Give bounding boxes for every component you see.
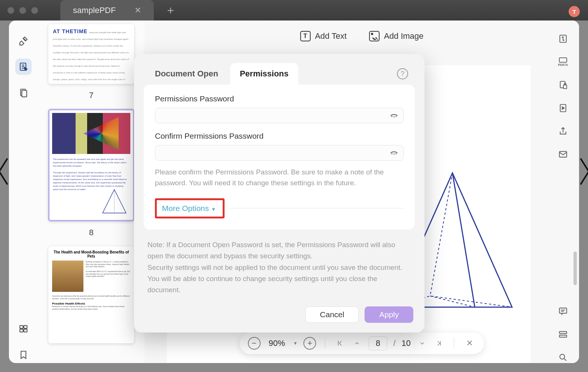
- next-page-button[interactable]: [417, 340, 428, 347]
- thumbnail-page-7[interactable]: AT THETIME everyone thought that white l…: [48, 24, 134, 84]
- edit-tool-icon[interactable]: [15, 59, 32, 75]
- dialog-notes: Note: If a Document Open Password is set…: [147, 239, 411, 296]
- thumb7-text: everyone thought that white light was pu…: [53, 31, 129, 84]
- thumb9-image: [52, 261, 83, 292]
- email-icon[interactable]: [557, 149, 569, 160]
- more-options-toggle[interactable]: More Options▼: [162, 204, 216, 212]
- next-screenshot-arrow[interactable]: [577, 157, 588, 186]
- tab-permissions[interactable]: Permissions: [230, 63, 298, 85]
- right-sidebar: PDF/A: [547, 21, 579, 363]
- comment-panel-icon[interactable]: [557, 306, 569, 317]
- thumb7-number: 7: [89, 91, 93, 100]
- add-image-label: Add Image: [384, 31, 423, 41]
- fullscreen-window-icon[interactable]: [31, 7, 38, 14]
- security-icon[interactable]: [557, 79, 569, 91]
- thumb9-section: Possible Health Effects: [52, 302, 130, 305]
- add-text-button[interactable]: T Add Text: [300, 31, 347, 41]
- close-tab-icon[interactable]: ✕: [134, 6, 141, 15]
- thumbnail-page-9[interactable]: The Health and Mood-Boosting Benefits of…: [48, 246, 134, 343]
- permissions-panel: Permissions Password Confirm Permissions…: [144, 85, 415, 230]
- thumb8-number: 8: [89, 228, 93, 237]
- thumb8-text: This experiment can be repeated over and…: [48, 158, 134, 191]
- permissions-password-label: Permissions Password: [155, 94, 404, 103]
- confirm-password-label: Confirm Permissions Password: [155, 132, 404, 141]
- image-icon: [369, 31, 379, 41]
- help-icon[interactable]: ?: [397, 68, 408, 79]
- toggle-visibility-icon[interactable]: [390, 111, 398, 120]
- pdfa-icon[interactable]: PDF/A: [556, 56, 570, 67]
- apply-button[interactable]: Apply: [365, 306, 413, 323]
- thumb8-pyramid-icon: [101, 188, 127, 214]
- bottom-toolbar: − 90% ▼ + / 10 ✕: [239, 332, 484, 354]
- svg-rect-8: [559, 58, 567, 62]
- confirm-password-hint: Please confirm the Permissions Password.…: [155, 167, 404, 189]
- dialog-tabs: Document Open Permissions ?: [134, 54, 425, 85]
- scrollbar-thumb[interactable]: [573, 252, 577, 285]
- tab-title: samplePDF: [73, 6, 116, 15]
- svg-rect-5: [20, 329, 23, 332]
- toggle-visibility-icon[interactable]: [390, 148, 398, 157]
- add-image-button[interactable]: Add Image: [369, 31, 423, 41]
- cancel-button[interactable]: Cancel: [305, 306, 359, 323]
- bookmark-icon[interactable]: [15, 347, 32, 363]
- convert-icon[interactable]: [557, 33, 569, 44]
- pdfa-label: PDF/A: [558, 63, 568, 67]
- form-fields-icon[interactable]: [15, 321, 32, 337]
- svg-rect-2: [22, 91, 27, 97]
- last-page-button[interactable]: [434, 340, 445, 347]
- share-icon[interactable]: [557, 126, 569, 137]
- zoom-out-button[interactable]: −: [248, 337, 260, 350]
- close-toolbar-button[interactable]: ✕: [463, 338, 476, 348]
- total-pages: 10: [401, 338, 410, 348]
- document-tab[interactable]: samplePDF ✕: [60, 0, 154, 21]
- properties-panel-icon[interactable]: [557, 329, 569, 340]
- avatar-initial: T: [572, 9, 576, 15]
- text-icon: T: [300, 31, 311, 41]
- thumbnail-page-8[interactable]: This experiment can be repeated over and…: [48, 109, 134, 221]
- prev-page-button[interactable]: [352, 340, 363, 347]
- close-window-icon[interactable]: [7, 7, 14, 14]
- first-page-button[interactable]: [334, 340, 346, 347]
- more-options-highlight: More Options▼: [155, 198, 225, 218]
- thumb9-text2: Scientists are looking at what the poten…: [52, 295, 130, 300]
- svg-rect-15: [559, 335, 567, 337]
- minimize-window-icon[interactable]: [19, 7, 26, 14]
- svg-rect-13: [559, 308, 567, 313]
- svg-rect-4: [24, 325, 27, 328]
- zoom-level[interactable]: 90%: [266, 338, 287, 348]
- new-tab-button[interactable]: ＋: [165, 3, 176, 18]
- thumb9-heading: The Health and Mood-Boosting Benefits of…: [52, 250, 130, 258]
- zoom-dropdown-icon[interactable]: ▼: [293, 341, 298, 346]
- edit-toolbar: T Add Text Add Image: [300, 31, 424, 41]
- thumb9-text3: Research on human-animal interactions is…: [52, 305, 130, 310]
- confirm-password-input[interactable]: [155, 145, 404, 161]
- page-number-input[interactable]: [369, 336, 387, 350]
- svg-rect-14: [559, 331, 567, 333]
- svg-rect-10: [563, 85, 567, 89]
- svg-point-16: [560, 354, 565, 359]
- tab-document-open[interactable]: Document Open: [145, 63, 228, 85]
- divider: [229, 208, 404, 208]
- highlighter-tool-icon[interactable]: [15, 32, 32, 49]
- thumb8-image: [52, 113, 130, 154]
- svg-rect-3: [20, 325, 23, 328]
- page-organize-icon[interactable]: [15, 85, 32, 101]
- security-dialog: Document Open Permissions ? Permissions …: [134, 54, 425, 332]
- left-sidebar: [9, 21, 38, 363]
- search-icon[interactable]: [557, 352, 569, 363]
- separator: [454, 338, 454, 349]
- add-text-label: Add Text: [315, 31, 347, 41]
- separator: [325, 338, 325, 349]
- titlebar: samplePDF ✕ ＋ T: [0, 0, 588, 21]
- permissions-password-input[interactable]: [155, 108, 404, 123]
- prev-screenshot-arrow[interactable]: [0, 157, 11, 186]
- thumbnail-panel: AT THETIME everyone thought that white l…: [38, 21, 144, 363]
- avatar[interactable]: T: [569, 6, 580, 17]
- thumb7-heading: AT THETIME: [53, 28, 88, 34]
- svg-rect-6: [24, 329, 27, 332]
- chevron-down-icon: ▼: [211, 207, 216, 212]
- slideshow-icon[interactable]: [557, 103, 569, 114]
- note-line-1: Note: If a Document Open Password is set…: [147, 239, 411, 262]
- zoom-in-button[interactable]: +: [303, 337, 316, 350]
- page-separator: /: [393, 338, 395, 348]
